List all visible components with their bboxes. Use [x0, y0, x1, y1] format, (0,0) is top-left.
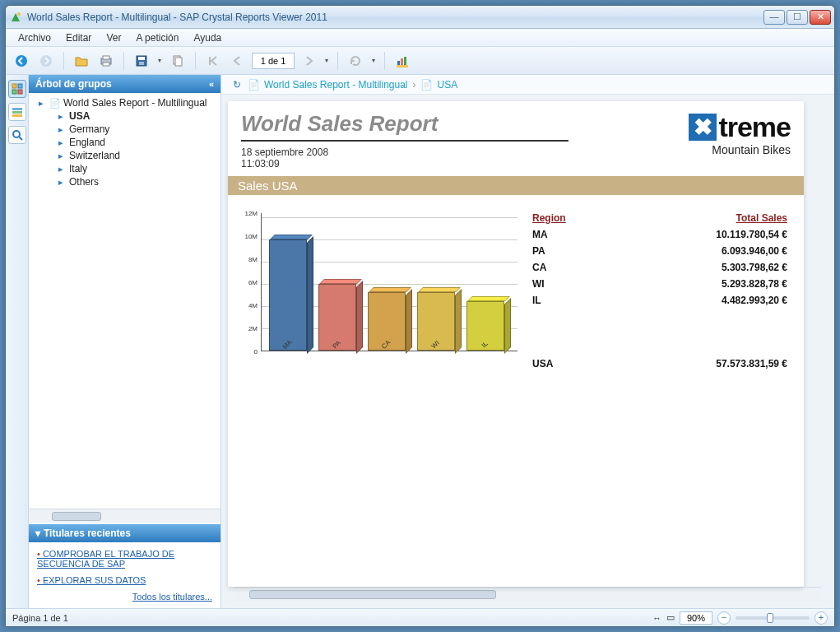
tree-node[interactable]: ▸ England	[30, 136, 219, 149]
prev-page-button[interactable]	[227, 50, 248, 72]
menu-archivo[interactable]: Archivo	[11, 30, 58, 45]
svg-point-3	[40, 55, 52, 67]
sidebar-hscroll[interactable]	[29, 509, 220, 523]
vtab-params-icon[interactable]	[8, 103, 26, 121]
tree-root-label: World Sales Report - Multilingual	[63, 97, 207, 109]
headlines-header[interactable]: ▾ Titulares recientes	[29, 524, 220, 542]
doc-icon: 📄	[421, 79, 433, 91]
chart-ytick: 12M	[244, 210, 258, 217]
nav-forward-button[interactable]	[35, 50, 57, 72]
report-hscroll[interactable]	[234, 587, 821, 601]
chart-ytick: 10M	[244, 233, 258, 240]
cell-region: MA	[529, 226, 618, 243]
refresh-button[interactable]	[345, 50, 366, 72]
tree-root[interactable]: ▸ 📄 World Sales Report - Multilingual	[30, 96, 219, 109]
minimize-button[interactable]: —	[763, 10, 785, 25]
open-button[interactable]	[71, 50, 92, 72]
toolbar: ▾ ▾ ▾	[6, 47, 834, 75]
table-row: WI 5.293.828,78 €	[529, 276, 791, 292]
tree-node-label: England	[69, 137, 105, 148]
tree-node[interactable]: ▸ Others	[30, 175, 219, 188]
report-time: 11:03:09	[241, 158, 569, 170]
headline-link[interactable]: EXPLORAR SUS DATOS	[37, 575, 212, 585]
maximize-button[interactable]: ☐	[787, 10, 808, 25]
menu-apeticion[interactable]: A petición	[128, 30, 186, 45]
menu-ayuda[interactable]: Ayuda	[186, 30, 229, 45]
svg-rect-15	[397, 65, 408, 67]
cell-sales: 5.293.828,78 €	[618, 276, 791, 292]
close-button[interactable]: ✕	[810, 10, 831, 25]
tree-node[interactable]: ▸ Italy	[30, 162, 219, 175]
report-page: World Sales Report 18 septiembre 2008 11…	[228, 101, 804, 587]
svg-rect-22	[12, 114, 22, 117]
chart-ytick: 2M	[248, 325, 258, 332]
fit-width-icon[interactable]: ↔	[652, 613, 661, 623]
zoom-in-button[interactable]: +	[814, 611, 828, 625]
titlebar[interactable]: World Sales Report - Multilingual - SAP …	[6, 6, 834, 29]
menu-editar[interactable]: Editar	[58, 30, 99, 45]
svg-rect-9	[139, 62, 144, 65]
tree-node[interactable]: ▸ USA	[30, 109, 219, 123]
tree-node-label: USA	[69, 110, 90, 122]
next-page-button[interactable]	[298, 50, 319, 72]
statusbar: Página 1 de 1 ↔ ▭ − +	[6, 608, 834, 626]
tree-node[interactable]: ▸ Switzerland	[30, 149, 219, 162]
breadcrumb-root[interactable]: World Sales Report - Multilingual	[264, 79, 408, 91]
svg-rect-6	[103, 63, 109, 66]
page-input[interactable]	[252, 53, 295, 69]
cell-sales: 6.093.946,00 €	[618, 243, 791, 259]
refresh-breadcrumb-icon[interactable]: ↻	[231, 79, 243, 91]
menu-ver[interactable]: Ver	[99, 30, 128, 45]
vtab-search-icon[interactable]	[8, 126, 26, 144]
window-title: World Sales Report - Multilingual - SAP …	[27, 12, 763, 23]
cell-region: PA	[529, 243, 618, 259]
menubar: Archivo Editar Ver A petición Ayuda	[6, 29, 834, 47]
breadcrumb-leaf[interactable]: USA	[438, 79, 458, 91]
svg-line-24	[19, 137, 22, 140]
vertical-tab-strip	[6, 75, 29, 608]
flag-icon: ▸	[55, 123, 67, 135]
collapse-panel-icon[interactable]: «	[209, 79, 214, 89]
fit-page-icon[interactable]: ▭	[666, 612, 675, 623]
nav-back-button[interactable]	[11, 50, 32, 72]
tree-node-label: Italy	[69, 163, 87, 174]
section-band: Sales USA	[228, 176, 804, 195]
save-dropdown[interactable]: ▾	[155, 50, 164, 72]
cell-region: WI	[529, 276, 618, 292]
flag-icon: ▸	[55, 176, 67, 188]
status-page: Página 1 de 1	[12, 613, 68, 623]
print-button[interactable]	[95, 50, 117, 72]
vtab-group-tree-icon[interactable]	[8, 80, 26, 98]
headlines-title: Titulares recientes	[44, 527, 131, 539]
breadcrumb-sep: ›	[413, 79, 416, 91]
save-button[interactable]	[131, 50, 152, 72]
first-page-button[interactable]	[202, 50, 224, 72]
page-dropdown[interactable]: ▾	[323, 50, 331, 72]
company-logo: ✖treme Mountain Bikes	[569, 111, 791, 156]
table-row: MA 10.119.780,54 €	[529, 226, 791, 243]
doc-icon: 📄	[49, 97, 61, 109]
flag-icon: ▸	[55, 163, 67, 174]
headlines-panel: COMPROBAR EL TRABAJO DE SECUENCIA DE SAP…	[29, 542, 220, 608]
cell-sales: 4.482.993,20 €	[618, 292, 791, 309]
zoom-input[interactable]	[680, 611, 712, 625]
zoom-slider[interactable]	[736, 616, 810, 620]
table-row: PA 6.093.946,00 €	[529, 243, 791, 259]
headline-link[interactable]: COMPROBAR EL TRABAJO DE SECUENCIA DE SAP	[37, 549, 212, 569]
chart-ytick: 4M	[248, 302, 258, 309]
report-viewport[interactable]: World Sales Report 18 septiembre 2008 11…	[221, 95, 834, 608]
tree-node[interactable]: ▸ Germany	[30, 123, 219, 136]
group-tree-header[interactable]: Árbol de grupos «	[29, 75, 220, 93]
refresh-dropdown[interactable]: ▾	[369, 50, 378, 72]
all-headlines-link[interactable]: Todos los titulares...	[132, 592, 212, 602]
chart-bar	[269, 239, 307, 351]
svg-rect-8	[138, 57, 145, 60]
copy-button[interactable]	[167, 50, 188, 72]
logo-x-icon: ✖	[689, 114, 717, 141]
zoom-out-button[interactable]: −	[717, 611, 731, 625]
svg-rect-14	[404, 57, 406, 66]
svg-point-2	[16, 55, 27, 67]
doc-icon: 📄	[248, 79, 259, 91]
report-title: World Sales Report	[241, 111, 569, 137]
beta-chart-button[interactable]	[392, 50, 413, 72]
